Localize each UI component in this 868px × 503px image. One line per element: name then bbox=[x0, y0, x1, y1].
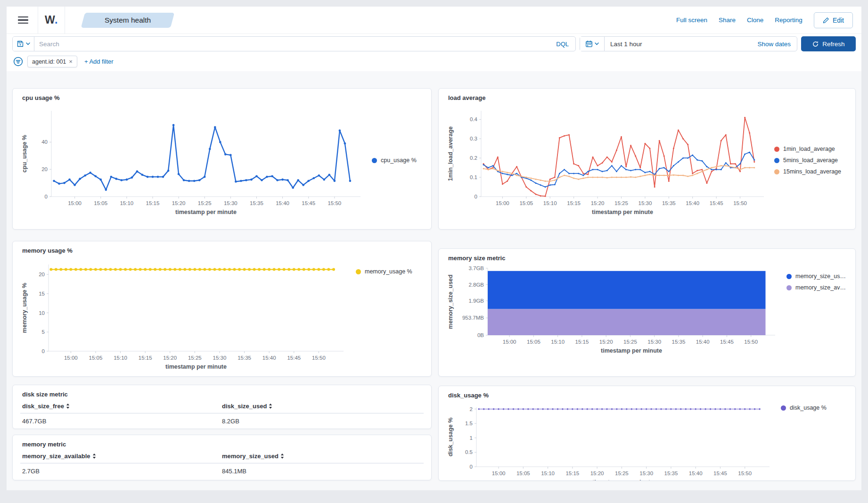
svg-text:15:25: 15:25 bbox=[615, 470, 629, 476]
svg-text:15:30: 15:30 bbox=[639, 200, 652, 206]
legend-item[interactable]: cpu_usage % bbox=[372, 157, 423, 164]
svg-text:15:35: 15:35 bbox=[662, 200, 676, 206]
sort-icon bbox=[66, 404, 70, 409]
svg-text:15:25: 15:25 bbox=[198, 200, 212, 206]
memory-size-chart[interactable]: 0B953.7MB1.9GB2.8GB3.7GB15:0015:0515:101… bbox=[446, 264, 782, 358]
share-link[interactable]: Share bbox=[719, 16, 736, 24]
svg-text:20: 20 bbox=[41, 166, 48, 172]
svg-text:15:10: 15:10 bbox=[114, 355, 127, 361]
legend-color-dot bbox=[356, 269, 361, 274]
sort-icon bbox=[280, 454, 284, 459]
header-divider bbox=[38, 7, 38, 34]
full-screen-link[interactable]: Full screen bbox=[676, 16, 707, 24]
legend-label: memory_size_available bbox=[795, 284, 846, 291]
legend-item[interactable]: disk_usage % bbox=[781, 404, 828, 411]
legend-color-dot bbox=[786, 274, 792, 279]
calendar-icon bbox=[585, 40, 593, 48]
edit-button[interactable]: Edit bbox=[814, 12, 853, 28]
hamburger-icon bbox=[18, 16, 28, 18]
svg-text:15:20: 15:20 bbox=[591, 200, 605, 206]
legend-item[interactable]: memory_size_used bbox=[786, 273, 848, 280]
search-input[interactable] bbox=[34, 41, 549, 48]
svg-text:15:30: 15:30 bbox=[224, 200, 237, 206]
svg-text:3.7GB: 3.7GB bbox=[468, 265, 484, 271]
wazuh-logo: W. bbox=[45, 14, 58, 26]
legend-label: 5mins_load_average bbox=[783, 157, 838, 164]
filter-pill-agent-id[interactable]: agent.id: 001 × bbox=[27, 56, 77, 67]
cpu-usage-chart[interactable]: 0204015:0015:0515:1015:1515:2015:2515:30… bbox=[20, 103, 367, 217]
legend-item[interactable]: 15mins_load_average bbox=[774, 168, 847, 175]
add-filter-link[interactable]: + Add filter bbox=[84, 58, 114, 65]
reporting-link[interactable]: Reporting bbox=[775, 16, 802, 24]
svg-text:disk_usage %: disk_usage % bbox=[447, 418, 454, 457]
svg-text:15:25: 15:25 bbox=[623, 339, 637, 345]
svg-text:0.5: 0.5 bbox=[465, 449, 473, 455]
svg-text:0.4: 0.4 bbox=[470, 116, 478, 122]
svg-text:15:35: 15:35 bbox=[250, 200, 263, 206]
legend-label: 15mins_load_average bbox=[783, 168, 841, 175]
clone-link[interactable]: Clone bbox=[747, 16, 763, 24]
legend-item[interactable]: memory_usage % bbox=[356, 268, 421, 275]
show-dates-link[interactable]: Show dates bbox=[757, 41, 797, 48]
svg-text:15:05: 15:05 bbox=[94, 200, 107, 206]
column-header-memory-size-used[interactable]: memory_size_used bbox=[222, 453, 422, 460]
panel-title: memory metric bbox=[22, 441, 424, 448]
panel-title: disk_usage % bbox=[448, 392, 848, 399]
query-bar: DQL Last 1 hour Show dates Refresh bbox=[7, 34, 861, 54]
dashboard-title-tab[interactable]: System health bbox=[81, 13, 175, 28]
svg-text:15:00: 15:00 bbox=[503, 339, 516, 345]
svg-text:15:50: 15:50 bbox=[744, 339, 758, 345]
disk-size-free-value: 467.7GB bbox=[22, 418, 222, 425]
svg-text:5: 5 bbox=[42, 329, 45, 335]
menu-button[interactable] bbox=[15, 12, 31, 28]
svg-text:15:10: 15:10 bbox=[120, 200, 133, 206]
svg-text:15:45: 15:45 bbox=[287, 355, 301, 361]
disk-usage-chart[interactable]: 00.511.5215:0015:0515:1015:1515:2015:251… bbox=[446, 401, 776, 481]
legend-label: memory_usage % bbox=[365, 268, 412, 275]
svg-text:0.3: 0.3 bbox=[470, 136, 477, 141]
query-language-button[interactable]: DQL bbox=[549, 41, 575, 48]
sort-icon bbox=[92, 454, 96, 459]
svg-text:15:30: 15:30 bbox=[213, 355, 227, 361]
legend-item[interactable]: 1min_load_average bbox=[774, 146, 847, 152]
legend-color-dot bbox=[774, 147, 779, 152]
column-header-memory-size-available[interactable]: memory_size_available bbox=[22, 453, 222, 460]
svg-text:0.2: 0.2 bbox=[470, 155, 477, 161]
filter-options-icon[interactable] bbox=[13, 57, 23, 66]
svg-text:20: 20 bbox=[39, 272, 45, 277]
svg-text:15:25: 15:25 bbox=[614, 200, 628, 206]
memory-size-used-value: 845.1MB bbox=[222, 468, 422, 475]
svg-text:15:20: 15:20 bbox=[599, 339, 613, 345]
svg-text:40: 40 bbox=[41, 139, 48, 145]
column-header-disk-size-used[interactable]: disk_size_used bbox=[222, 403, 422, 410]
filter-bar: agent.id: 001 × + Add filter bbox=[7, 54, 861, 71]
legend-item[interactable]: memory_size_available bbox=[786, 284, 848, 291]
legend-item[interactable]: 5mins_load_average bbox=[774, 157, 847, 164]
refresh-button[interactable]: Refresh bbox=[801, 36, 856, 51]
panel-title: memory size metric bbox=[448, 255, 848, 262]
header-divider bbox=[65, 7, 65, 34]
svg-text:15:00: 15:00 bbox=[68, 200, 82, 206]
svg-text:15:00: 15:00 bbox=[64, 355, 78, 361]
memory-usage-chart[interactable]: 0510152015:0015:0515:1015:1515:2015:2515… bbox=[20, 256, 351, 374]
svg-text:15:00: 15:00 bbox=[492, 470, 506, 476]
saved-query-button[interactable] bbox=[13, 37, 34, 51]
svg-text:15:35: 15:35 bbox=[664, 470, 678, 476]
panel-title: disk size metric bbox=[22, 391, 424, 398]
panel-disk-usage: disk_usage % 00.511.5215:0015:0515:1015:… bbox=[438, 386, 856, 481]
page-title: System health bbox=[105, 16, 151, 25]
svg-text:1min_load_average: 1min_load_average bbox=[447, 126, 454, 181]
column-header-disk-size-free[interactable]: disk_size_free bbox=[22, 403, 222, 410]
remove-filter-icon[interactable]: × bbox=[69, 58, 73, 65]
time-range-text[interactable]: Last 1 hour bbox=[605, 41, 757, 48]
top-header-bar: W. System health Full screen Share Clone… bbox=[7, 7, 861, 34]
panel-memory-usage: memory usage % 0510152015:0015:0515:1015… bbox=[12, 241, 432, 377]
svg-text:15:00: 15:00 bbox=[496, 200, 509, 206]
date-picker-button[interactable] bbox=[580, 37, 605, 51]
svg-text:15:25: 15:25 bbox=[188, 355, 202, 361]
svg-text:15:40: 15:40 bbox=[689, 470, 703, 476]
legend-color-dot bbox=[372, 158, 377, 163]
svg-text:0: 0 bbox=[45, 194, 48, 199]
refresh-icon bbox=[812, 41, 819, 48]
load-average-chart[interactable]: 00.10.20.30.415:0015:0515:1015:1515:2015… bbox=[446, 103, 770, 217]
